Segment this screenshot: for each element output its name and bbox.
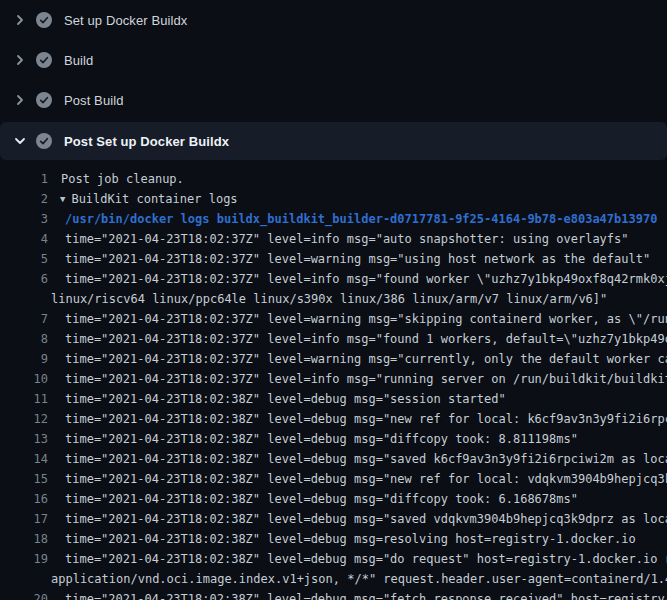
log-line: 2 ▼BuildKit container logs: [0, 189, 667, 209]
log-line: 11 time="2021-04-23T18:02:38Z" level=deb…: [0, 389, 667, 409]
line-number[interactable]: 1: [0, 169, 48, 189]
log-line: 1 Post job cleanup.: [0, 169, 667, 189]
line-number: [0, 289, 48, 309]
line-number[interactable]: 7: [0, 309, 48, 329]
line-number[interactable]: 9: [0, 349, 48, 369]
log-line: 15 time="2021-04-23T18:02:38Z" level=deb…: [0, 469, 667, 489]
line-number[interactable]: 14: [0, 449, 48, 469]
log-line: 19 time="2021-04-23T18:02:38Z" level=deb…: [0, 549, 667, 569]
check-circle-icon: [36, 133, 52, 149]
log-text: time="2021-04-23T18:02:38Z" level=debug …: [48, 589, 667, 600]
line-number[interactable]: 6: [0, 269, 48, 289]
log-text: time="2021-04-23T18:02:38Z" level=debug …: [48, 549, 667, 569]
chevron-right-icon: [12, 12, 28, 28]
log-line: 14 time="2021-04-23T18:02:38Z" level=deb…: [0, 449, 667, 469]
log-text: time="2021-04-23T18:02:38Z" level=debug …: [48, 489, 578, 509]
log-text: time="2021-04-23T18:02:37Z" level=info m…: [48, 229, 629, 249]
step-row-post-build[interactable]: Post Build: [0, 80, 667, 120]
log-text: time="2021-04-23T18:02:38Z" level=debug …: [48, 389, 506, 409]
chevron-right-icon: [12, 92, 28, 108]
log-line: 20 time="2021-04-23T18:02:38Z" level=deb…: [0, 589, 667, 600]
check-circle-icon: [36, 12, 52, 28]
log-line: 5 time="2021-04-23T18:02:37Z" level=warn…: [0, 249, 667, 269]
log-line: 16 time="2021-04-23T18:02:38Z" level=deb…: [0, 489, 667, 509]
log-line: application/vnd.oci.image.index.v1+json,…: [0, 569, 667, 589]
log-text: application/vnd.oci.image.index.v1+json,…: [48, 569, 667, 589]
line-number[interactable]: 10: [0, 369, 48, 389]
line-number[interactable]: 16: [0, 489, 48, 509]
line-number[interactable]: 8: [0, 329, 48, 349]
log-text: time="2021-04-23T18:02:37Z" level=info m…: [48, 269, 667, 289]
log-text: time="2021-04-23T18:02:38Z" level=debug …: [48, 469, 667, 489]
log-line: 12 time="2021-04-23T18:02:38Z" level=deb…: [0, 409, 667, 429]
line-number[interactable]: 2: [0, 189, 48, 209]
log-text: time="2021-04-23T18:02:38Z" level=debug …: [48, 509, 667, 529]
log-text: time="2021-04-23T18:02:37Z" level=info m…: [48, 329, 667, 349]
log-line: 10 time="2021-04-23T18:02:37Z" level=inf…: [0, 369, 667, 389]
step-label: Set up Docker Buildx: [64, 13, 187, 28]
steps-list: Set up Docker Buildx Build P: [0, 0, 667, 160]
triangle-down-icon[interactable]: ▼: [60, 189, 65, 209]
line-number[interactable]: 11: [0, 389, 48, 409]
log-command-text: /usr/bin/docker logs buildx_buildkit_bui…: [48, 209, 657, 229]
log-line: 4 time="2021-04-23T18:02:37Z" level=info…: [0, 229, 667, 249]
check-circle-icon: [36, 92, 52, 108]
log-line: 6 time="2021-04-23T18:02:37Z" level=info…: [0, 269, 667, 289]
line-number[interactable]: 18: [0, 529, 48, 549]
log-text: time="2021-04-23T18:02:37Z" level=warnin…: [48, 249, 650, 269]
line-number[interactable]: 17: [0, 509, 48, 529]
log-text: time="2021-04-23T18:02:37Z" level=warnin…: [48, 349, 667, 369]
line-number[interactable]: 5: [0, 249, 48, 269]
step-label: Post Set up Docker Buildx: [64, 134, 229, 149]
line-number: [0, 569, 48, 589]
log-line: 7 time="2021-04-23T18:02:37Z" level=warn…: [0, 309, 667, 329]
chevron-right-icon: [12, 52, 28, 68]
line-number[interactable]: 15: [0, 469, 48, 489]
log-line: 17 time="2021-04-23T18:02:38Z" level=deb…: [0, 509, 667, 529]
line-number[interactable]: 12: [0, 409, 48, 429]
log-text: linux/riscv64 linux/ppc64le linux/s390x …: [48, 289, 607, 309]
log-group-toggle[interactable]: ▼BuildKit container logs: [48, 189, 238, 209]
log-text: time="2021-04-23T18:02:37Z" level=info m…: [48, 369, 667, 389]
log-line: 13 time="2021-04-23T18:02:38Z" level=deb…: [0, 429, 667, 449]
step-row-set-up-docker-buildx[interactable]: Set up Docker Buildx: [0, 0, 667, 40]
line-number[interactable]: 20: [0, 589, 48, 600]
log-text: time="2021-04-23T18:02:38Z" level=debug …: [48, 429, 578, 449]
step-row-post-set-up-docker-buildx[interactable]: Post Set up Docker Buildx: [0, 122, 667, 160]
log-text: time="2021-04-23T18:02:38Z" level=debug …: [48, 529, 636, 549]
step-label: Build: [64, 53, 93, 68]
log-line: 3 /usr/bin/docker logs buildx_buildkit_b…: [0, 209, 667, 229]
line-number[interactable]: 3: [0, 209, 48, 229]
step-label: Post Build: [64, 93, 124, 108]
line-number[interactable]: 13: [0, 429, 48, 449]
log-text: time="2021-04-23T18:02:37Z" level=warnin…: [48, 309, 667, 329]
log-line: 9 time="2021-04-23T18:02:37Z" level=warn…: [0, 349, 667, 369]
log-line: linux/riscv64 linux/ppc64le linux/s390x …: [0, 289, 667, 309]
step-row-build[interactable]: Build: [0, 40, 667, 80]
chevron-down-icon: [12, 133, 28, 149]
log-text: Post job cleanup.: [48, 169, 184, 189]
log-line: 8 time="2021-04-23T18:02:37Z" level=info…: [0, 329, 667, 349]
log-group-label: BuildKit container logs: [71, 189, 237, 209]
log-body: 1 Post job cleanup. 2 ▼BuildKit containe…: [0, 160, 667, 600]
line-number[interactable]: 19: [0, 549, 48, 569]
log-line: 18 time="2021-04-23T18:02:38Z" level=deb…: [0, 529, 667, 549]
line-number[interactable]: 4: [0, 229, 48, 249]
check-circle-icon: [36, 52, 52, 68]
log-text: time="2021-04-23T18:02:38Z" level=debug …: [48, 449, 667, 469]
log-text: time="2021-04-23T18:02:38Z" level=debug …: [48, 409, 667, 429]
